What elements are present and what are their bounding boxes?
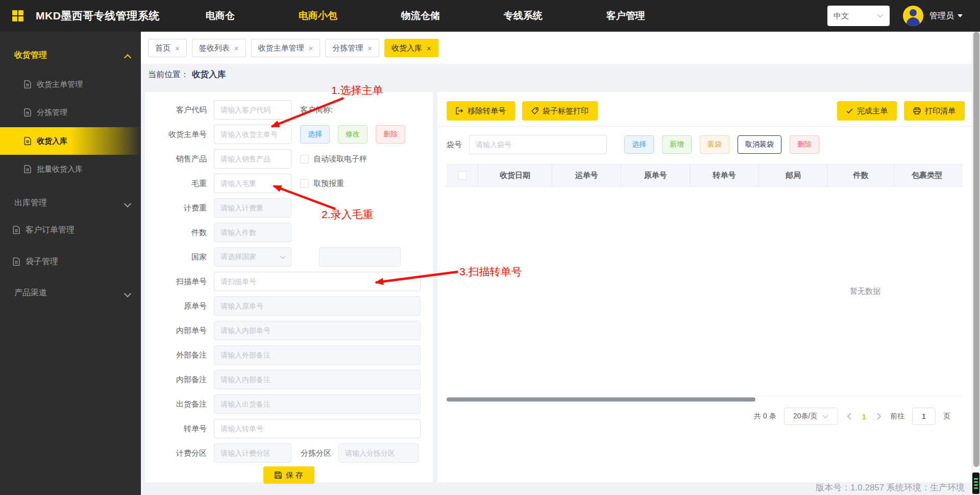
sidebar-group-outbound-mgmt[interactable]: 出库管理 — [0, 190, 141, 216]
language-select[interactable]: 中文 — [827, 6, 890, 26]
version-footer: 版本号：1.0.2857 系统环境：生产环境 — [816, 482, 965, 493]
tab-receive-master-order[interactable]: 收货主单管理 — [251, 39, 321, 57]
billing-zone-input — [214, 443, 291, 463]
master-order-no-input[interactable] — [214, 125, 291, 144]
gross-weight-label: 毛重 — [145, 179, 214, 188]
tab-receive-inbound[interactable]: 收货入库 — [384, 39, 438, 57]
top-nav-dedicated-line[interactable]: 专线系统 — [504, 9, 543, 22]
total-count-label: 共 0 条 — [754, 412, 776, 421]
bag-unpack-button[interactable]: 取消装袋 — [738, 135, 781, 154]
top-nav-logistics-storage[interactable]: 物流仓储 — [401, 9, 440, 22]
sales-product-input[interactable] — [214, 149, 291, 169]
col-original-no: 原单号 — [621, 164, 690, 186]
select-master-button[interactable]: 选择 — [300, 125, 330, 144]
edit-master-button[interactable]: 修改 — [338, 125, 368, 144]
remove-transfer-no-button[interactable]: 移除转单号 — [447, 101, 515, 121]
scan-no-input[interactable] — [214, 272, 421, 291]
sidebar-group-label: 出库管理 — [14, 198, 47, 208]
close-icon[interactable] — [234, 44, 239, 53]
vertical-scrollbar[interactable] — [972, 32, 980, 495]
current-page[interactable]: 1 — [860, 412, 868, 421]
sorting-zone-label: 分拣分区 — [297, 449, 338, 458]
close-icon[interactable] — [368, 44, 372, 53]
goto-prefix-label: 前往 — [890, 412, 904, 421]
close-icon[interactable] — [427, 44, 431, 53]
corner-extension-widget[interactable] — [972, 473, 979, 494]
customer-code-input[interactable] — [214, 100, 291, 120]
tab-home[interactable]: 首页 — [148, 39, 187, 57]
document-icon — [24, 165, 31, 173]
logout-icon — [456, 107, 463, 114]
next-page-icon[interactable] — [876, 413, 883, 420]
chevron-down-icon — [125, 200, 131, 206]
scrollbar-thumb[interactable] — [973, 32, 979, 467]
checkbox-icon — [300, 155, 309, 163]
bag-select-button[interactable]: 选择 — [624, 135, 654, 154]
gross-weight-input[interactable] — [214, 174, 291, 193]
tag-icon — [531, 107, 538, 114]
top-nav-ecom-parcel[interactable]: 电商小包 — [299, 9, 337, 22]
delete-master-button[interactable]: 删除 — [376, 125, 405, 144]
sidebar-group-label: 产品渠道 — [14, 288, 47, 298]
finish-master-order-button[interactable]: 完成主单 — [837, 101, 897, 121]
close-icon[interactable] — [175, 44, 180, 53]
sidebar-item-sorting-mgmt[interactable]: 分拣管理 — [0, 99, 141, 126]
sidebar-item-receive-master-order[interactable]: 收货主单管理 — [0, 71, 141, 98]
bag-delete-button[interactable]: 删除 — [790, 135, 819, 154]
checkbox-icon — [300, 179, 309, 188]
transfer-no-label: 转单号 — [145, 424, 214, 434]
top-nav-customer-mgmt[interactable]: 客户管理 — [606, 9, 645, 22]
document-icon — [13, 226, 20, 234]
tab-sorting-mgmt[interactable]: 分拣管理 — [325, 39, 379, 57]
transfer-no-input[interactable] — [214, 419, 421, 438]
document-icon — [13, 257, 20, 266]
prev-page-icon[interactable] — [846, 413, 852, 420]
chevron-down-icon — [280, 255, 286, 259]
bag-label-print-button[interactable]: 袋子标签打印 — [522, 101, 598, 121]
pagination: 共 0 条 20条/页 1 前往 页 — [437, 408, 972, 425]
customer-code-label: 客户代码 — [145, 105, 214, 115]
chevron-down-icon — [877, 14, 884, 18]
save-icon — [275, 472, 282, 479]
document-icon — [24, 137, 31, 145]
top-bar: MKD墨西哥专线管理系统 电商仓 电商小包 物流仓储 专线系统 客户管理 中文 … — [0, 0, 980, 32]
auto-read-scale-checkbox[interactable]: 自动读取电子秤 — [300, 154, 367, 164]
document-icon — [24, 80, 31, 88]
user-menu[interactable]: 管理员 — [929, 11, 963, 21]
bag-number-input[interactable] — [469, 135, 607, 154]
sidebar-item-receive-inbound[interactable]: 收货入库 — [0, 127, 141, 155]
bag-pack-button[interactable]: 装袋 — [700, 135, 729, 154]
close-icon[interactable] — [309, 44, 313, 53]
shipping-remark-label: 出货备注 — [145, 399, 214, 409]
sidebar-item-batch-receive-inbound[interactable]: 批量收货入库 — [0, 156, 141, 182]
top-nav: 电商仓 电商小包 物流仓储 专线系统 客户管理 — [206, 9, 645, 22]
save-button[interactable]: 保 存 — [263, 466, 314, 484]
col-piece-count: 件数 — [828, 164, 894, 186]
sidebar-item-label: 收货入库 — [37, 136, 67, 146]
user-name-label: 管理员 — [929, 11, 954, 21]
col-package-type: 包裹类型 — [894, 164, 960, 186]
sidebar-item-bag-mgmt[interactable]: 袋子管理 — [0, 248, 141, 275]
avatar[interactable] — [903, 6, 923, 26]
scan-no-label: 扫描单号 — [145, 277, 214, 287]
print-list-button[interactable]: 打印清单 — [904, 101, 965, 121]
bag-number-label: 袋号 — [447, 140, 462, 150]
horizontal-scrollbar[interactable] — [447, 397, 755, 402]
tab-strip: 首页 签收列表 收货主单管理 分拣管理 收货入库 — [141, 32, 980, 64]
select-all-checkbox[interactable] — [458, 171, 467, 180]
bag-add-button[interactable]: 新增 — [662, 135, 692, 154]
goto-page-input[interactable] — [912, 408, 936, 425]
table-header-row: 收货日期 运单号 原单号 转单号 邮局 件数 包裹类型 — [447, 164, 963, 187]
page-size-value: 20条/页 — [793, 412, 817, 421]
top-nav-ecom-warehouse[interactable]: 电商仓 — [206, 9, 235, 22]
page-size-select[interactable]: 20条/页 — [784, 408, 838, 425]
use-forecast-weight-checkbox[interactable]: 取预报重 — [300, 179, 344, 188]
tab-sign-list[interactable]: 签收列表 — [192, 39, 246, 57]
sidebar-item-customer-order-mgmt[interactable]: 客户订单管理 — [0, 217, 141, 243]
receive-form-panel: 客户代码 客户简称: 收货主单号 选择 修改 删除 销售产品 自动读取电子秤 毛… — [145, 92, 433, 482]
breadcrumb: 当前位置： 收货入库 — [148, 68, 226, 81]
sidebar-group-receive-mgmt[interactable]: 收货管理 — [0, 42, 141, 68]
sales-product-label: 销售产品 — [145, 154, 214, 164]
sidebar-group-product-channel[interactable]: 产品渠道 — [0, 279, 141, 306]
sidebar-item-label: 分拣管理 — [37, 108, 67, 117]
